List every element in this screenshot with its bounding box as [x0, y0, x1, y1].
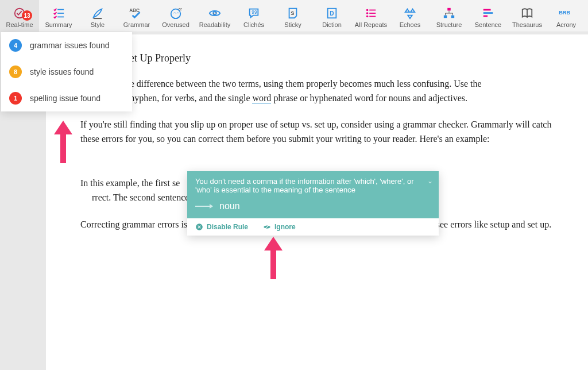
- tool-acronym[interactable]: BRB Acrony: [547, 0, 586, 32]
- tool-echoes[interactable]: Echoes: [390, 0, 430, 32]
- disable-rule-button[interactable]: Disable Rule: [195, 223, 248, 231]
- tool-readability[interactable]: Readability: [195, 0, 234, 32]
- sleepy-face-icon: zz: [168, 6, 184, 20]
- count-badge: 4: [9, 39, 22, 52]
- speech-bubble-icon: 99: [246, 6, 262, 20]
- eye-check-icon: [207, 6, 223, 20]
- svg-rect-23: [483, 12, 493, 14]
- tool-overused[interactable]: zz Overused: [156, 0, 195, 32]
- chevron-down-icon[interactable]: ⌄: [427, 177, 433, 185]
- svg-rect-19: [447, 7, 451, 10]
- svg-point-8: [213, 11, 216, 15]
- tool-label: Echoes: [400, 21, 421, 28]
- suggestion-message: You don't need a comma if the informatio…: [187, 171, 439, 198]
- svg-text:D: D: [330, 10, 334, 16]
- tool-label: Clichés: [243, 21, 264, 28]
- svg-text:zz: zz: [179, 7, 182, 11]
- tool-cliches[interactable]: 99 Clichés: [234, 0, 273, 32]
- svg-text:ABC: ABC: [129, 8, 140, 13]
- tool-thesaurus[interactable]: Thesaurus: [508, 0, 547, 32]
- dictionary-icon: D: [324, 6, 340, 20]
- tool-label: Structure: [436, 21, 462, 28]
- tool-label: Real-time: [6, 21, 33, 28]
- bar-chart-icon: [480, 6, 496, 20]
- svg-text:99: 99: [252, 9, 257, 14]
- underlined-word[interactable]: word: [252, 93, 271, 103]
- suggestion-actions: Disable Rule Ignore: [187, 218, 439, 236]
- recycle-icon: [402, 6, 418, 20]
- grammar-suggestion-popup: You don't need a comma if the informatio…: [187, 171, 439, 236]
- svg-rect-22: [483, 9, 491, 10]
- abc-check-icon: ABC: [129, 6, 145, 20]
- svg-point-15: [366, 12, 369, 14]
- tool-label: Acrony: [556, 21, 576, 28]
- doc-paragraph: understand the difference between the tw…: [80, 77, 554, 106]
- svg-text:S: S: [291, 10, 294, 16]
- tool-label: Summary: [45, 21, 72, 28]
- checklist-icon: [51, 6, 67, 20]
- tool-label: All Repeats: [355, 21, 387, 28]
- svg-rect-20: [444, 15, 447, 18]
- arrow-right-icon: [195, 206, 212, 207]
- tool-all-repeats[interactable]: All Repeats: [351, 0, 390, 32]
- suggestion-replacement-row[interactable]: noun: [187, 198, 439, 218]
- open-book-icon: [519, 6, 535, 20]
- svg-rect-24: [483, 15, 488, 17]
- dropdown-item-spelling[interactable]: 1 spelling issue found: [1, 85, 132, 111]
- dropdown-item-grammar[interactable]: 4 grammar issues found: [1, 32, 132, 59]
- tool-label: Sentence: [475, 21, 501, 28]
- dropdown-item-style[interactable]: 8 style issues found: [1, 59, 132, 85]
- tool-diction[interactable]: D Diction: [312, 0, 351, 32]
- svg-text:BRB: BRB: [559, 9, 570, 15]
- tool-realtime[interactable]: Real-time 13: [0, 0, 39, 32]
- suggestion-replacement: noun: [219, 201, 240, 211]
- count-badge: 1: [9, 92, 22, 105]
- tool-label: Readability: [199, 21, 230, 28]
- svg-rect-21: [451, 15, 455, 18]
- hierarchy-icon: [441, 6, 457, 20]
- tool-label: Diction: [322, 21, 342, 28]
- doc-heading: Setup and Set Up Properly: [80, 51, 554, 67]
- doc-paragraph: If you're still finding that you slip up…: [80, 118, 554, 147]
- ignore-button[interactable]: Ignore: [263, 223, 296, 231]
- brb-icon: BRB: [558, 6, 574, 20]
- tool-label: Thesaurus: [512, 21, 542, 28]
- realtime-dropdown: 4 grammar issues found 8 style issues fo…: [1, 32, 132, 111]
- realtime-badge: 13: [22, 10, 32, 21]
- svg-point-17: [366, 15, 369, 17]
- sticky-note-icon: S: [285, 6, 301, 20]
- dropdown-label: spelling issue found: [30, 94, 100, 103]
- tool-sentence[interactable]: Sentence: [469, 0, 508, 32]
- tool-structure[interactable]: Structure: [430, 0, 469, 32]
- tool-summary[interactable]: Summary: [39, 0, 78, 32]
- svg-point-13: [366, 9, 369, 11]
- tool-label: Sticky: [284, 21, 301, 28]
- tool-label: Overused: [162, 21, 189, 28]
- eye-off-icon: [263, 223, 271, 231]
- tool-label: Style: [91, 21, 105, 28]
- list-icon: [363, 6, 379, 20]
- dropdown-label: style issues found: [30, 67, 94, 76]
- toolbar: Real-time 13 Summary Style ABC Grammar z…: [0, 0, 588, 32]
- dropdown-label: grammar issues found: [30, 41, 110, 50]
- tool-sticky[interactable]: S Sticky: [273, 0, 312, 32]
- x-circle-icon: [195, 223, 203, 231]
- tool-label: Grammar: [123, 21, 150, 28]
- tool-style[interactable]: Style: [78, 0, 117, 32]
- tool-grammar[interactable]: ABC Grammar: [117, 0, 156, 32]
- quill-icon: [90, 6, 106, 20]
- count-badge: 8: [9, 65, 22, 78]
